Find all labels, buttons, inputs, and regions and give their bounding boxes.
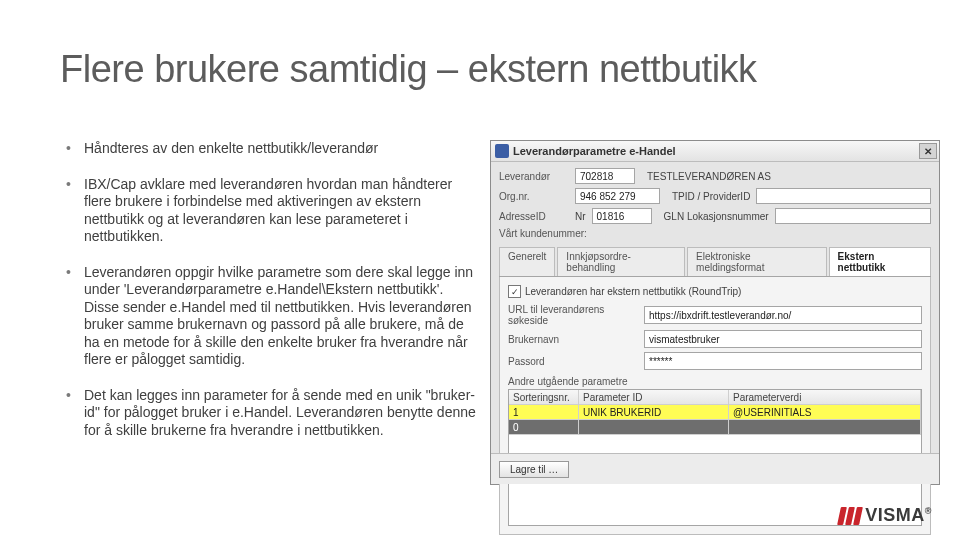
bullet-item: Det kan legges inn parameter for å sende… — [66, 387, 476, 440]
field-label: Vårt kundenummer: — [499, 228, 587, 239]
bullet-list: Håndteres av den enkelte nettbutikk/leve… — [66, 140, 476, 439]
visma-logo: VISMA® — [839, 505, 932, 526]
bullet-item: Håndteres av den enkelte nettbutikk/leve… — [66, 140, 476, 158]
field-label: Passord — [508, 356, 638, 367]
grid-cell: @USERINITIALS — [729, 405, 921, 420]
grid-row-selected[interactable]: 0 — [509, 420, 921, 435]
tpid-label: TPID / ProviderID — [672, 191, 750, 202]
grid-header-cell: Parameter ID — [579, 390, 729, 405]
grid-cell: 0 — [509, 420, 579, 435]
leverandor-name: TESTLEVERANDØREN AS — [647, 171, 771, 182]
adresseid-field[interactable]: 01816 — [592, 208, 652, 224]
tab-generelt[interactable]: Generelt — [499, 247, 555, 276]
tpid-field[interactable] — [756, 188, 931, 204]
grid-cell: 1 — [509, 405, 579, 420]
bullet-item: Leverandøren oppgir hvilke parametre som… — [66, 264, 476, 369]
orgnr-field[interactable]: 946 852 279 — [575, 188, 660, 204]
field-label: URL til leverandørens søkeside — [508, 304, 638, 326]
tab-panel: ✓ Leverandøren har ekstern nettbutikk (R… — [499, 277, 931, 535]
save-button[interactable]: Lagre til … — [499, 461, 569, 478]
page-title: Flere brukere samtidig – ekstern nettbut… — [60, 48, 757, 91]
grid-header-cell: Sorteringsnr. — [509, 390, 579, 405]
leverandor-field[interactable]: 702818 — [575, 168, 635, 184]
bullet-area: Håndteres av den enkelte nettbutikk/leve… — [66, 140, 476, 457]
gln-field[interactable] — [775, 208, 931, 224]
tab-innkjopsordre[interactable]: Innkjøpsordre-behandling — [557, 247, 685, 276]
adresseid-prefix: Nr — [575, 211, 586, 222]
field-label: AdresseID — [499, 211, 569, 222]
bullet-item: IBX/Cap avklare med leverandøren hvordan… — [66, 176, 476, 246]
visma-logo-text: VISMA® — [865, 505, 932, 526]
field-label: Org.nr. — [499, 191, 569, 202]
grid-header-cell: Parameterverdi — [729, 390, 921, 405]
field-label: Brukernavn — [508, 334, 638, 345]
username-field[interactable]: vismatestbruker — [644, 330, 922, 348]
dialog-titlebar: Leverandørparametre e-Handel ✕ — [491, 141, 939, 162]
field-label: Leverandør — [499, 171, 569, 182]
password-field[interactable]: ****** — [644, 352, 922, 370]
grid-cell — [579, 420, 729, 435]
grid-row-highlighted[interactable]: 1 UNIK BRUKERID @USERINITIALS — [509, 405, 921, 420]
grid-header-row: Sorteringsnr. Parameter ID Parameterverd… — [509, 390, 921, 405]
grid-cell — [729, 420, 921, 435]
url-field[interactable]: https://ibxdrift.testleverandør.no/ — [644, 306, 922, 324]
slide: Flere brukere samtidig – ekstern nettbut… — [0, 0, 960, 540]
tab-meldingsformat[interactable]: Elektroniske meldingsformat — [687, 247, 827, 276]
visma-logo-icon — [839, 507, 861, 525]
close-icon[interactable]: ✕ — [919, 143, 937, 159]
checkbox-icon: ✓ — [508, 285, 521, 298]
checkbox-label: Leverandøren har ekstern nettbutikk (Rou… — [525, 286, 741, 297]
roundtrip-checkbox[interactable]: ✓ Leverandøren har ekstern nettbutikk (R… — [508, 285, 922, 298]
tab-ekstern-nettbutikk[interactable]: Ekstern nettbutikk — [829, 247, 931, 276]
param-subheading: Andre utgående parametre — [508, 376, 922, 387]
grid-cell: UNIK BRUKERID — [579, 405, 729, 420]
dialog-footer: Lagre til … — [491, 453, 939, 484]
tab-strip: Generelt Innkjøpsordre-behandling Elektr… — [499, 247, 931, 277]
gln-label: GLN Lokasjonsnummer — [664, 211, 769, 222]
app-icon — [495, 144, 509, 158]
dialog-screenshot: Leverandørparametre e-Handel ✕ Leverandø… — [490, 140, 940, 485]
dialog-title: Leverandørparametre e-Handel — [513, 145, 919, 157]
